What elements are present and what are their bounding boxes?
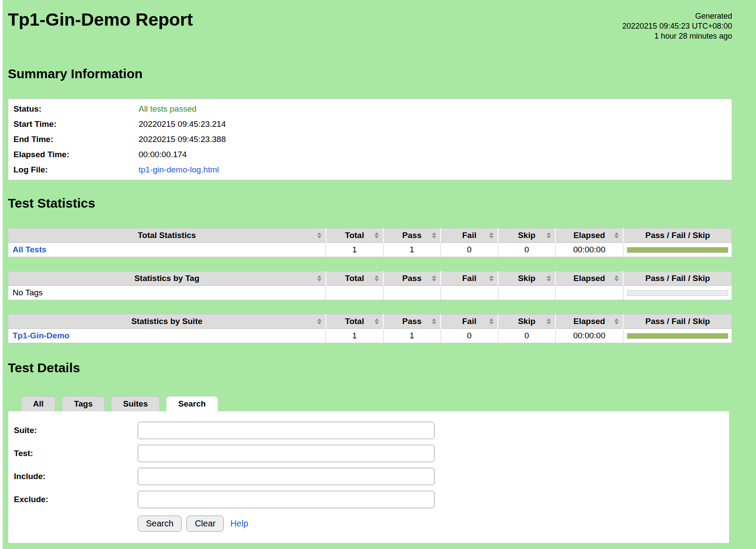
generated-relative-time: 1 hour 28 minutes ago: [622, 31, 732, 41]
all-tests-link[interactable]: All Tests: [13, 245, 46, 254]
column-header-elapsed[interactable]: Elapsed: [555, 228, 623, 243]
sort-icon[interactable]: [375, 232, 379, 238]
status-label: Status:: [8, 101, 139, 116]
column-header-pass[interactable]: Pass: [383, 228, 441, 243]
total-cell: 1: [326, 329, 383, 343]
tab-suites[interactable]: Suites: [111, 396, 160, 411]
column-header-elapsed[interactable]: Elapsed: [555, 271, 623, 286]
statistics-by-tag-table: Statistics by Tag Total Pass Fail Skip E…: [8, 271, 732, 300]
exclude-field-label: Exclude:: [12, 491, 138, 508]
column-header-pass-fail-skip: Pass / Fail / Skip: [623, 314, 732, 329]
include-field-label: Include:: [12, 468, 138, 485]
fail-cell: [441, 286, 498, 300]
sort-icon[interactable]: [375, 275, 379, 281]
pass-fail-skip-cell: [623, 243, 732, 257]
pass-cell: 1: [383, 329, 441, 343]
sort-icon[interactable]: [432, 275, 436, 281]
skip-cell: [498, 286, 555, 300]
column-header-total[interactable]: Total: [326, 314, 383, 329]
sort-icon[interactable]: [614, 232, 619, 238]
tab-all[interactable]: All: [21, 396, 56, 411]
exclude-input[interactable]: [138, 491, 434, 508]
search-button[interactable]: Search: [138, 516, 182, 532]
sort-icon[interactable]: [614, 318, 619, 324]
summary-row-elapsed-time: Elapsed Time: 00:00:00.174: [8, 147, 732, 162]
pass-cell: [383, 286, 441, 300]
total-statistics-table: Total Statistics Total Pass Fail Skip El…: [8, 228, 732, 257]
elapsed-cell: 00:00:00: [555, 329, 623, 343]
sort-icon[interactable]: [489, 318, 494, 324]
suite-input[interactable]: [138, 422, 434, 439]
skip-cell: 0: [498, 243, 555, 257]
log-file-link[interactable]: tp1-gin-demo-log.html: [139, 165, 219, 174]
column-header-elapsed[interactable]: Elapsed: [555, 314, 623, 329]
details-heading: Test Details: [8, 360, 732, 375]
window-edge: [0, 0, 3, 549]
fail-cell: 0: [441, 243, 498, 257]
skip-cell: 0: [498, 329, 555, 343]
column-header-skip[interactable]: Skip: [498, 314, 555, 329]
form-row-include: Include:: [12, 468, 729, 485]
suite-field-label: Suite:: [12, 422, 138, 439]
help-link[interactable]: Help: [230, 519, 248, 529]
total-cell: [326, 286, 383, 300]
sort-icon[interactable]: [489, 275, 494, 281]
statistics-by-suite-table: Statistics by Suite Total Pass Fail Skip…: [8, 314, 732, 343]
pass-fail-skip-cell: [623, 329, 732, 343]
page-header: Tp1-Gin-Demo Report Generated 20220215 0…: [8, 0, 732, 41]
column-header-fail[interactable]: Fail: [441, 314, 498, 329]
column-header-total[interactable]: Total: [326, 228, 383, 243]
tab-tags[interactable]: Tags: [62, 396, 105, 411]
sort-icon[interactable]: [375, 318, 379, 324]
column-header-fail[interactable]: Fail: [441, 271, 498, 286]
include-input[interactable]: [138, 468, 434, 485]
statistics-heading: Test Statistics: [8, 196, 732, 211]
column-header-statistics-by-tag[interactable]: Statistics by Tag: [8, 271, 326, 286]
column-header-total[interactable]: Total: [326, 271, 383, 286]
sort-icon[interactable]: [489, 232, 494, 238]
generated-info: Generated 20220215 09:45:23 UTC+08:00 1 …: [622, 11, 732, 41]
status-value: All tests passed: [139, 101, 196, 116]
column-header-skip[interactable]: Skip: [498, 228, 555, 243]
pass-bar: [627, 333, 728, 339]
summary-box: Status: All tests passed Start Time: 202…: [8, 99, 732, 180]
total-cell: 1: [326, 243, 383, 257]
pass-cell: 1: [383, 243, 441, 257]
empty-bar: [627, 290, 728, 296]
sort-icon[interactable]: [317, 318, 322, 324]
column-header-skip[interactable]: Skip: [498, 271, 555, 286]
column-header-pass-fail-skip: Pass / Fail / Skip: [623, 271, 732, 286]
generated-timestamp: 20220215 09:45:23 UTC+08:00: [622, 21, 732, 31]
end-time-value: 20220215 09:45:23.388: [139, 132, 226, 147]
column-header-pass[interactable]: Pass: [383, 271, 441, 286]
generated-label: Generated: [622, 11, 732, 21]
sort-icon[interactable]: [317, 275, 322, 281]
sort-icon[interactable]: [614, 275, 619, 281]
clear-button[interactable]: Clear: [186, 516, 224, 532]
sort-icon[interactable]: [547, 232, 551, 238]
end-time-label: End Time:: [8, 132, 139, 147]
table-row: No Tags: [8, 286, 732, 300]
table-header-row: Statistics by Suite Total Pass Fail Skip…: [8, 314, 732, 329]
column-header-total-statistics[interactable]: Total Statistics: [8, 228, 326, 243]
summary-row-end-time: End Time: 20220215 09:45:23.388: [8, 132, 732, 147]
summary-heading: Summary Information: [8, 66, 732, 81]
suite-link[interactable]: Tp1-Gin-Demo: [13, 331, 70, 340]
form-row-test: Test:: [12, 445, 729, 462]
sort-icon[interactable]: [547, 318, 551, 324]
test-field-label: Test:: [12, 445, 138, 462]
tab-search[interactable]: Search: [166, 396, 218, 412]
sort-icon[interactable]: [317, 232, 322, 238]
column-header-statistics-by-suite[interactable]: Statistics by Suite: [8, 314, 326, 329]
sort-icon[interactable]: [547, 275, 551, 281]
log-file-label: Log File:: [8, 162, 139, 177]
form-row-suite: Suite:: [12, 422, 729, 439]
column-header-fail[interactable]: Fail: [441, 228, 498, 243]
sort-icon[interactable]: [432, 232, 436, 238]
stat-name-cell: Tp1-Gin-Demo: [8, 329, 326, 343]
summary-row-start-time: Start Time: 20220215 09:45:23.214: [8, 116, 732, 132]
elapsed-time-value: 00:00:00.174: [139, 147, 187, 162]
sort-icon[interactable]: [432, 318, 436, 324]
column-header-pass[interactable]: Pass: [383, 314, 441, 329]
test-input[interactable]: [138, 445, 434, 462]
